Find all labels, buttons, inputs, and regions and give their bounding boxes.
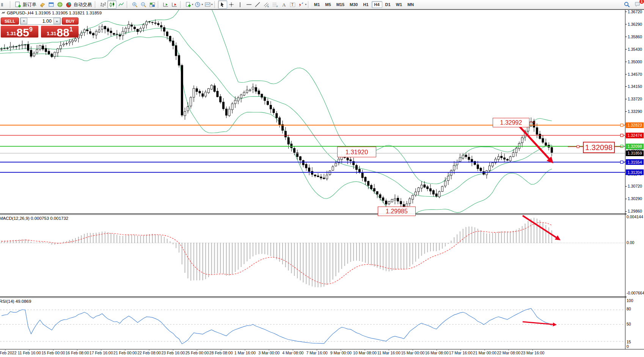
tile-windows-icon[interactable] — [148, 1, 156, 8]
level-handle[interactable] — [620, 161, 623, 163]
buy-price[interactable]: 1.31881 — [41, 26, 79, 38]
drawn-arrow-main[interactable] — [520, 127, 549, 158]
autotrade-icon[interactable] — [64, 1, 73, 8]
tab-timeframe-M15[interactable]: M15 — [334, 2, 347, 8]
svg-text:E: E — [267, 5, 269, 8]
rsi-axis-0: 0 — [627, 344, 629, 349]
time-label-2: 15 Feb 00:00 — [41, 351, 65, 355]
level-handle[interactable] — [620, 124, 623, 127]
tab-timeframe-M5[interactable]: M5 — [323, 2, 333, 8]
zoom-in-icon[interactable] — [130, 1, 139, 8]
auto-scroll-icon[interactable] — [162, 1, 170, 8]
symbol-ohlc: 1.31905 1.31905 1.31821 1.31859 — [35, 11, 102, 15]
time-label-5: 21 Feb 00:00 — [113, 351, 137, 355]
autotrade-label[interactable]: 自动交易 — [74, 2, 92, 8]
price-chip-1.32823[interactable]: 1.32823 — [626, 122, 644, 128]
volume-spinner[interactable]: ▼ 1.00 ▲ — [20, 17, 61, 25]
time-label-4: 17 Feb 16:00 — [90, 351, 113, 355]
price-chip-1.31554[interactable]: 1.31554 — [626, 159, 644, 165]
text-label-icon[interactable]: T — [289, 1, 297, 8]
chart-canvas[interactable] — [0, 0, 644, 357]
price-tick-1.33720: 1.33720 — [628, 97, 642, 101]
price-chip-1.31859[interactable]: 1.31859 — [626, 150, 644, 156]
rsi-line — [2, 308, 552, 344]
trendline-icon[interactable] — [254, 1, 262, 8]
time-label-20: 21 Mar 00:00 — [473, 351, 496, 355]
indicators-icon[interactable] — [184, 1, 192, 8]
tab-timeframe-W1[interactable]: W1 — [394, 2, 405, 8]
tab-timeframe-MN[interactable]: MN — [405, 2, 416, 8]
annotation-high[interactable]: 1.32992 — [493, 118, 529, 127]
fibonacci-icon[interactable]: F — [271, 1, 280, 8]
indicators-dropdown[interactable]: ▾ — [192, 3, 193, 6]
arrows-tool-icon[interactable] — [297, 1, 306, 8]
time-label-7: 23 Feb 16:00 — [161, 351, 185, 355]
macd-name: MACD(12,26,9) — [0, 216, 30, 221]
tab-timeframe-H4[interactable]: H4 — [372, 1, 382, 8]
buy-button[interactable]: BUY — [62, 17, 79, 25]
drawn-arrow-head[interactable] — [553, 323, 557, 326]
cursor-icon[interactable] — [218, 0, 227, 9]
price-chip-1.31204[interactable]: 1.31204 — [626, 169, 644, 175]
notifications-icon[interactable]: 1 — [633, 1, 642, 8]
time-label-15: 10 Mar 08:00 — [353, 351, 377, 355]
zoom-out-icon[interactable] — [139, 1, 148, 8]
line-chart-icon[interactable] — [117, 1, 125, 8]
price-chip-1.32474[interactable]: 1.32474 — [626, 133, 644, 138]
sell-button[interactable]: SELL — [1, 17, 19, 25]
quotes-icon[interactable] — [38, 1, 47, 8]
annotation-mid[interactable]: 1.31920 — [337, 147, 376, 157]
macd-pane — [0, 218, 625, 287]
tab-timeframe-H1[interactable]: H1 — [361, 2, 371, 8]
macd-values: 0.000753 0.001732 — [31, 216, 68, 221]
periods-clock-icon[interactable] — [194, 1, 202, 8]
templates-dropdown[interactable]: ▾ — [211, 3, 213, 6]
chart-window: GBPUSD-,H4 1.31905 1.31905 1.31821 1.318… — [0, 0, 644, 357]
clipped-icon[interactable] — [0, 1, 8, 8]
time-label-6: 22 Feb 08:00 — [137, 351, 161, 355]
horizontal-line-icon[interactable] — [245, 1, 253, 8]
arrows-dropdown[interactable]: ▾ — [305, 3, 307, 6]
tab-timeframe-M1[interactable]: M1 — [312, 2, 322, 8]
sell-price-prefix: 1.31 — [6, 31, 16, 36]
toolbar-separator — [214, 1, 217, 8]
data-window-icon[interactable] — [47, 1, 55, 8]
bar-chart-icon[interactable] — [99, 1, 107, 8]
svg-text:F: F — [276, 5, 278, 8]
price-tick-1.35860: 1.35860 — [628, 34, 642, 39]
symbol-title: GBPUSD-,H4 — [7, 11, 33, 15]
navigator-icon[interactable] — [56, 1, 64, 8]
bollinger-band-line — [0, 28, 552, 197]
drawn-arrow-macd[interactable] — [523, 216, 556, 238]
macd-axis-bottom: -0.007664 — [627, 291, 644, 295]
volume-decrease-button[interactable]: ▼ — [20, 18, 27, 24]
new-order-icon[interactable] — [14, 1, 22, 8]
symbol-icon — [2, 11, 5, 15]
time-label-16: 11 Mar 16:00 — [377, 351, 401, 355]
search-icon[interactable] — [623, 1, 631, 8]
annotation-low[interactable]: 1.29985 — [378, 207, 416, 216]
text-icon[interactable]: A — [280, 1, 288, 8]
new-order-label[interactable]: 新订单 — [23, 2, 36, 8]
sell-price[interactable]: 1.31859 — [1, 26, 38, 38]
chart-shift-icon[interactable] — [170, 1, 179, 8]
volume-value[interactable]: 1.00 — [27, 19, 53, 24]
volume-increase-button[interactable]: ▲ — [53, 18, 60, 24]
price-chip-1.32098[interactable]: 1.32098 — [626, 144, 644, 149]
level-handle[interactable] — [620, 134, 623, 137]
equidistant-channel-icon[interactable]: E — [262, 1, 271, 8]
price-tick-1.34150: 1.34150 — [628, 84, 642, 89]
candlestick-icon[interactable] — [107, 0, 116, 9]
level-handle[interactable] — [620, 145, 623, 148]
time-label-10: 1 Mar 16:00 — [234, 351, 256, 355]
rsi-pane — [0, 308, 625, 344]
time-label-8: 25 Feb 00:00 — [185, 351, 209, 355]
vertical-line-icon[interactable] — [236, 1, 245, 8]
crosshair-icon[interactable] — [228, 1, 236, 8]
svg-text:T: T — [291, 3, 294, 7]
annotation-target[interactable]: 1.32098 — [583, 142, 615, 153]
tab-timeframe-M30[interactable]: M30 — [347, 2, 360, 8]
templates-icon[interactable] — [203, 1, 212, 8]
periods-dropdown[interactable]: ▾ — [202, 3, 203, 6]
tab-timeframe-D1[interactable]: D1 — [383, 2, 393, 8]
